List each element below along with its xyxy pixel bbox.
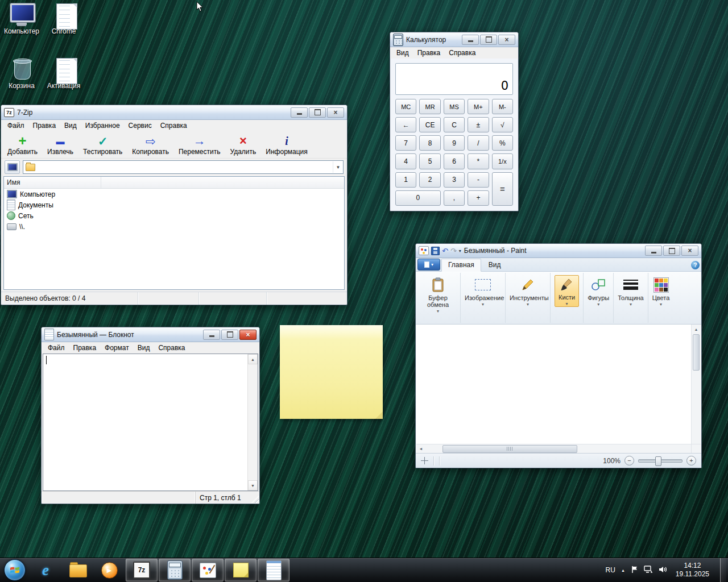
zoom-out-button[interactable]: − (624, 456, 634, 465)
menu-tools[interactable]: Сервис (125, 120, 156, 131)
calc-key-3[interactable]: 3 (444, 172, 465, 188)
help-button[interactable]: ? (691, 261, 700, 269)
copy-button[interactable]: ⇨ Копировать (127, 134, 173, 157)
desktop-icon-activation[interactable]: Активация (43, 58, 84, 90)
close-button[interactable]: × (239, 330, 257, 340)
calc-key-7[interactable]: 7 (395, 135, 416, 151)
scroll-left-button[interactable]: ◄ (416, 444, 425, 454)
calc-key-6[interactable]: 6 (444, 153, 465, 169)
close-button[interactable]: × (498, 35, 515, 45)
address-combo[interactable]: ▼ (23, 160, 344, 174)
scrollbar-thumb[interactable] (442, 445, 577, 453)
notepad-text-area[interactable] (43, 354, 247, 490)
close-button[interactable]: × (327, 107, 344, 118)
menu-edit[interactable]: Правка (413, 48, 445, 58)
qat-dropdown-button[interactable]: ▾ (459, 248, 461, 253)
column-header-name[interactable]: Имя (4, 177, 101, 188)
notepad-titlebar[interactable]: Безымянный — Блокнот × (42, 327, 259, 342)
calc-key-1[interactable]: 1 (395, 172, 416, 188)
calc-key-2[interactable]: 2 (419, 172, 440, 188)
calc-key-ms[interactable]: MS (444, 99, 465, 114)
calc-key-m-minus[interactable]: M- (492, 99, 513, 114)
minimize-button[interactable] (645, 246, 662, 256)
paint-titlebar[interactable]: ↶ ↷ ▾ Безымянный - Paint × (416, 244, 701, 258)
calc-key-mr[interactable]: MR (419, 99, 440, 114)
minimize-button[interactable] (203, 330, 220, 340)
zoom-slider[interactable] (638, 459, 682, 463)
taskbar-paint[interactable] (192, 559, 224, 581)
seven-zip-titlebar[interactable]: 7z 7-Zip × (1, 105, 347, 120)
show-desktop-button[interactable] (720, 558, 726, 582)
save-button[interactable] (431, 247, 440, 255)
taskbar-internet-explorer[interactable]: e (30, 559, 61, 581)
list-item[interactable]: Сеть (4, 210, 344, 221)
calc-key-sqrt[interactable]: √ (492, 117, 513, 132)
start-button[interactable] (0, 558, 30, 582)
network-icon[interactable] (644, 566, 653, 575)
calc-key-9[interactable]: 9 (444, 135, 465, 151)
horizontal-scrollbar[interactable]: ◄ (416, 444, 691, 453)
application-menu-button[interactable]: ▾ (417, 259, 440, 271)
shapes-group-button[interactable]: Фигуры ▾ (584, 273, 614, 323)
calc-key-equals[interactable]: = (492, 172, 513, 206)
column-header-blank[interactable] (101, 177, 344, 188)
menu-help[interactable]: Справка (445, 48, 479, 58)
menu-edit[interactable]: Правка (69, 343, 101, 353)
calc-key-divide[interactable]: / (468, 135, 489, 151)
test-button[interactable]: ✓ Тестировать (78, 134, 127, 157)
move-button[interactable]: → Переместить (174, 134, 225, 157)
tab-home[interactable]: Главная (441, 259, 481, 272)
sticky-note[interactable] (280, 325, 383, 419)
extract-button[interactable]: ▬ Извлечь (43, 134, 78, 157)
list-item[interactable]: Документы (4, 199, 344, 210)
calc-key-8[interactable]: 8 (419, 135, 440, 151)
calc-key-multiply[interactable]: * (468, 153, 489, 169)
redo-button[interactable]: ↷ (450, 247, 457, 255)
menu-favorites[interactable]: Избранное (81, 120, 124, 131)
delete-button[interactable]: × Удалить (226, 134, 261, 157)
brushes-button-selected[interactable]: Кисти ▾ (555, 275, 579, 307)
calc-key-reciprocal[interactable]: 1/x (492, 153, 513, 169)
tools-group-button[interactable]: Инструменты ▾ (506, 273, 551, 323)
size-group-button[interactable]: Толщина ▾ (614, 273, 648, 323)
menu-view[interactable]: Вид (60, 120, 81, 131)
maximize-button[interactable] (480, 35, 497, 45)
vertical-scrollbar[interactable]: ▲ (691, 325, 701, 444)
maximize-button[interactable] (663, 246, 680, 256)
menu-help[interactable]: Справка (156, 120, 191, 131)
minimize-button[interactable] (462, 35, 479, 45)
calc-key-c[interactable]: C (444, 117, 465, 132)
clipboard-group-button[interactable]: Буфер обмена ▾ (416, 273, 461, 323)
taskbar-seven-zip[interactable]: 7z (126, 559, 158, 581)
calc-key-decimal[interactable]: , (444, 190, 465, 206)
calc-key-5[interactable]: 5 (419, 153, 440, 169)
tab-view[interactable]: Вид (482, 259, 507, 271)
list-item[interactable]: \\. (4, 221, 344, 232)
volume-icon[interactable] (659, 566, 667, 575)
colors-group-button[interactable]: Цвета ▾ (648, 273, 674, 323)
zoom-in-button[interactable]: + (686, 456, 696, 465)
calc-key-add[interactable]: + (468, 190, 489, 206)
menu-view[interactable]: Вид (134, 343, 154, 353)
add-button[interactable]: + Добавить (3, 134, 42, 157)
maximize-button[interactable] (309, 107, 326, 118)
taskbar-calculator[interactable] (159, 559, 191, 581)
menu-file[interactable]: Файл (44, 343, 69, 353)
calculator-titlebar[interactable]: Калькулятор × (390, 32, 518, 47)
calc-key-ce[interactable]: CE (419, 117, 440, 132)
menu-edit[interactable]: Правка (29, 120, 60, 131)
scroll-up-button[interactable]: ▲ (692, 325, 701, 334)
calc-key-0[interactable]: 0 (395, 190, 441, 206)
menu-format[interactable]: Формат (101, 343, 133, 353)
menu-view[interactable]: Вид (392, 48, 413, 58)
menu-file[interactable]: Файл (3, 120, 28, 131)
desktop-icon-computer[interactable]: Компьютер (1, 3, 42, 35)
close-button[interactable]: × (681, 246, 698, 256)
paint-canvas[interactable] (416, 325, 691, 444)
zoom-slider-thumb[interactable] (655, 456, 661, 466)
scroll-down-button[interactable]: ▼ (248, 480, 258, 490)
calc-key-4[interactable]: 4 (395, 153, 416, 169)
desktop-icon-chrome[interactable]: Chrome (43, 3, 84, 35)
combo-dropdown-button[interactable]: ▼ (333, 161, 343, 173)
calc-key-mc[interactable]: MC (395, 99, 416, 114)
